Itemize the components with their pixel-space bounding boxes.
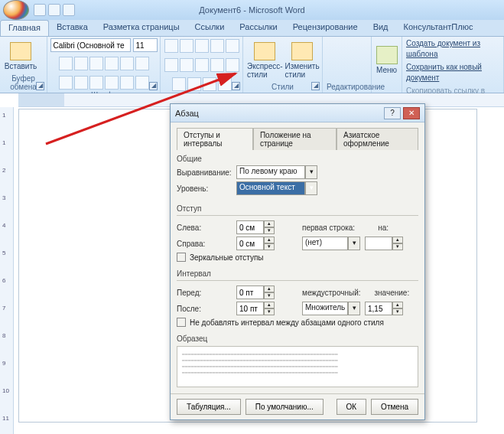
office-button[interactable] [3, 0, 29, 20]
firstline-combo[interactable]: (нет) ▾ [302, 237, 348, 250]
ruler-tick: 4 [2, 222, 5, 229]
dialog-titlebar[interactable]: Абзац ? ✕ [171, 104, 424, 122]
paragraph-dialog-launcher[interactable]: ◢ [232, 82, 240, 90]
subscript-button[interactable] [120, 57, 134, 70]
dlg-tab-asian[interactable]: Азиатское оформление [337, 128, 418, 150]
group-directum: Создать документ из шаблона Сохранить ка… [402, 37, 504, 93]
dlg-tab-indents[interactable]: Отступы и интервалы [177, 128, 253, 150]
mirror-indents-label: Зеркальные отступы [190, 253, 264, 262]
dialog-help-button[interactable]: ? [384, 107, 401, 119]
tabs-button[interactable]: Табуляция... [177, 399, 241, 415]
window-titlebar: Документ6 - Microsoft Word [0, 0, 504, 20]
chevron-down-icon[interactable]: ▾ [305, 165, 317, 179]
font-family-combo[interactable] [50, 38, 131, 52]
qat-undo-icon[interactable] [48, 4, 60, 16]
ruler-tick: 9 [2, 360, 5, 367]
numbering-button[interactable] [180, 39, 193, 53]
line-spacing-button[interactable] [226, 58, 239, 72]
font-dialog-launcher[interactable]: ◢ [149, 82, 158, 90]
dialog-close-button[interactable]: ✕ [403, 107, 420, 119]
chevron-down-icon[interactable]: ▾ [305, 181, 317, 195]
font-color-button[interactable] [74, 76, 88, 90]
ruler-tick: 3 [2, 194, 5, 201]
ok-button[interactable]: ОК [337, 399, 367, 415]
level-combo[interactable]: Основной текст ▾ [236, 181, 305, 195]
tab-references[interactable]: Ссылки [187, 20, 232, 36]
quick-styles-label: Экспресс-стили [247, 62, 283, 79]
decrease-indent-button[interactable] [210, 39, 224, 53]
right-indent-label: Справа: [177, 240, 236, 248]
multilevel-button[interactable] [195, 39, 209, 53]
directum-link-save[interactable]: Сохранить как новый документ [406, 62, 499, 83]
menu-label: Меню [376, 66, 397, 74]
superscript-button[interactable] [135, 57, 149, 70]
change-case-button[interactable] [89, 76, 103, 90]
dlg-tab-pagepos[interactable]: Положение на странице [253, 128, 337, 150]
linespacing-label: междустрочный: [302, 289, 361, 297]
before-spinner[interactable]: ▴▾ [236, 286, 275, 299]
tab-layout[interactable]: Разметка страницы [96, 20, 187, 36]
firstline-label: первая строка: [302, 224, 355, 232]
shrink-font-button[interactable] [120, 76, 134, 90]
grow-font-button[interactable] [105, 76, 119, 90]
tab-home[interactable]: Главная [0, 20, 49, 36]
alignment-combo[interactable]: По левому краю ▾ [236, 165, 305, 179]
tab-consultant[interactable]: КонсультантПлюс [396, 20, 481, 36]
clipboard-dialog-launcher[interactable]: ◢ [36, 82, 44, 90]
tab-mailings[interactable]: Рассылки [232, 20, 285, 36]
quick-styles-button[interactable]: Экспресс-стили [247, 42, 283, 79]
directum-link-create[interactable]: Создать документ из шаблона [406, 38, 499, 60]
italic-button[interactable] [74, 57, 88, 70]
change-styles-label: Изменить стили [285, 62, 320, 79]
tab-insert[interactable]: Вставка [49, 20, 96, 36]
clear-format-button[interactable] [135, 76, 149, 90]
underline-button[interactable] [89, 57, 103, 70]
default-button[interactable]: По умолчанию... [245, 399, 324, 415]
highlight-button[interactable] [59, 76, 73, 90]
quick-access-toolbar [34, 4, 75, 16]
show-marks-button[interactable] [218, 77, 232, 91]
chevron-down-icon[interactable]: ▾ [348, 302, 360, 315]
group-paragraph: Абзац ◢ [161, 37, 243, 93]
change-styles-button[interactable]: Изменить стили [285, 42, 320, 79]
bullets-button[interactable] [164, 39, 178, 53]
font-size-combo[interactable] [133, 38, 158, 52]
paste-button[interactable]: Вставить [4, 42, 37, 70]
left-indent-spinner[interactable]: ▴▾ [236, 220, 275, 234]
chevron-down-icon[interactable]: ▾ [348, 237, 360, 250]
alignment-label: Выравнивание: [177, 168, 236, 177]
ruler-tick: 6 [2, 277, 5, 284]
firstline-on-spinner[interactable]: ▴▾ [365, 237, 403, 250]
group-menu: Меню [372, 37, 402, 93]
paragraph-dialog: Абзац ? ✕ Отступы и интервалы Положение … [170, 103, 425, 420]
tab-view[interactable]: Вид [366, 20, 396, 36]
sort-button[interactable] [203, 77, 216, 91]
mirror-indents-checkbox[interactable] [177, 253, 186, 262]
borders-button[interactable] [187, 77, 201, 91]
align-center-button[interactable] [180, 58, 193, 72]
section-preview: Образец [177, 334, 418, 343]
shading-button[interactable] [172, 77, 186, 91]
no-add-space-checkbox[interactable] [177, 318, 186, 327]
align-right-button[interactable] [195, 58, 209, 72]
vertical-ruler[interactable]: 1 1 2 3 4 5 6 7 8 9 10 11 [0, 107, 14, 434]
styles-dialog-launcher[interactable]: ◢ [311, 82, 320, 90]
bold-button[interactable] [59, 57, 73, 70]
ruler-tick: 11 [2, 415, 9, 422]
justify-button[interactable] [210, 58, 224, 72]
menu-button[interactable]: Меню [376, 46, 398, 74]
qat-redo-icon[interactable] [63, 4, 75, 16]
align-left-button[interactable] [164, 58, 178, 72]
strike-button[interactable] [105, 57, 119, 70]
after-spinner[interactable]: ▴▾ [236, 302, 275, 315]
tab-review[interactable]: Рецензирование [285, 20, 366, 36]
increase-indent-button[interactable] [226, 39, 239, 53]
qat-save-icon[interactable] [34, 4, 46, 16]
group-styles: Экспресс-стили Изменить стили Стили ◢ [243, 37, 323, 93]
right-indent-spinner[interactable]: ▴▾ [236, 237, 275, 250]
ribbon-tabs: Главная Вставка Разметка страницы Ссылки… [0, 20, 504, 37]
linespacing-combo[interactable]: Множитель ▾ [302, 302, 348, 315]
after-label: После: [177, 305, 236, 313]
cancel-button[interactable]: Отмена [371, 399, 418, 415]
at-spinner[interactable]: ▴▾ [365, 302, 403, 315]
